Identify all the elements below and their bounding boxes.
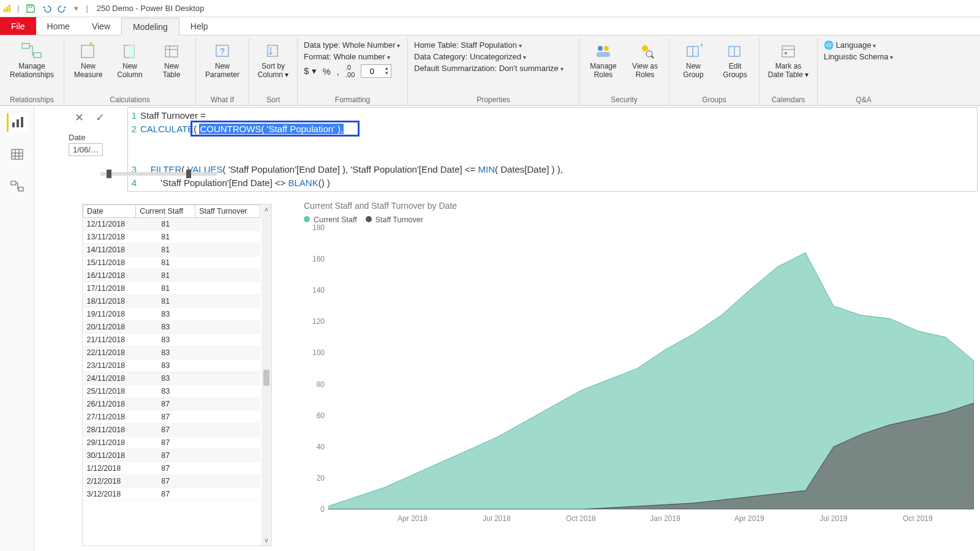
table-row[interactable]: 16/11/201881	[83, 269, 260, 282]
new-table-icon	[161, 40, 182, 61]
table-row[interactable]: 15/11/201881	[83, 257, 260, 269]
table-cell: 83	[136, 334, 195, 347]
summarization-dropdown[interactable]: Default Summarization: Don't summarize	[412, 62, 575, 74]
ribbon-group-formatting: Data type: Whole Number Format: Whole nu…	[298, 38, 408, 105]
data-view-button[interactable]	[7, 145, 28, 163]
menu-file[interactable]: File	[0, 17, 36, 35]
table-row[interactable]: 28/11/201887	[83, 424, 260, 437]
formula-commit-button[interactable]: ✓	[92, 110, 108, 126]
manage-relationships-button[interactable]: Manage Relationships	[4, 39, 60, 81]
dax-calculate: CALCULATE	[140, 124, 194, 134]
group-label-groups: Groups	[673, 96, 755, 105]
scroll-thumb[interactable]	[263, 370, 270, 386]
group-label-calendars: Calendars	[763, 96, 813, 105]
table-row[interactable]: 30/11/201887	[83, 449, 260, 462]
scroll-up-icon[interactable]: ʌ	[262, 204, 271, 214]
table-row[interactable]: 2/12/201887	[83, 475, 260, 488]
edit-groups-button[interactable]: Edit Groups	[715, 39, 755, 81]
window-title: 250 Demo - Power BI Desktop	[97, 4, 205, 13]
decimals-input[interactable]	[361, 67, 382, 76]
table-cell	[195, 334, 260, 347]
table-cell	[195, 488, 260, 501]
table-row[interactable]: 13/11/201881	[83, 231, 260, 244]
table-cell	[195, 295, 260, 308]
formula-editor[interactable]: 1Staff Turnover = 2CALCULATE( COUNTROWS(…	[127, 107, 978, 192]
formula-cancel-button[interactable]: ✕	[71, 110, 87, 126]
table-cell: 24/11/2018	[83, 372, 136, 385]
menu-home[interactable]: Home	[36, 17, 81, 35]
new-group-button[interactable]: ＋ New Group	[673, 39, 714, 81]
slicer-date-label: Date	[69, 133, 103, 142]
ribbon-group-calculations: New Measure New Column New Table Calcula…	[64, 38, 196, 105]
slicer-date-value[interactable]: 1/06/…	[69, 143, 103, 156]
table-row[interactable]: 12/11/201881	[83, 218, 260, 231]
table-cell	[195, 218, 260, 231]
x-tick: Jul 2019	[820, 514, 847, 523]
manage-roles-button[interactable]: Manage Roles	[583, 39, 624, 81]
decimals-spinner[interactable]: ▲▼	[361, 64, 391, 78]
table-scrollbar[interactable]: ʌ v	[262, 204, 271, 545]
date-slider[interactable]	[100, 172, 217, 176]
table-row[interactable]: 23/11/201883	[83, 359, 260, 372]
table-header[interactable]: Date	[83, 205, 136, 218]
y-tick: 100	[304, 348, 325, 357]
slider-thumb-end[interactable]	[186, 170, 191, 178]
svg-rect-37	[11, 181, 16, 185]
table-row[interactable]: 17/11/201881	[83, 282, 260, 295]
sort-by-column-button[interactable]: Sort by Column ▾	[253, 39, 293, 81]
new-table-button[interactable]: New Table	[151, 39, 192, 81]
model-view-button[interactable]	[7, 177, 28, 195]
table-cell	[195, 462, 260, 475]
table-row[interactable]: 19/11/201883	[83, 308, 260, 321]
table-header[interactable]: Current Staff	[136, 205, 195, 218]
table-cell: 2/12/2018	[83, 475, 136, 488]
new-parameter-button[interactable]: ? New Parameter	[200, 39, 245, 81]
table-cell: 81	[136, 257, 195, 269]
table-row[interactable]: 1/12/201887	[83, 462, 260, 475]
scroll-down-icon[interactable]: v	[262, 536, 271, 545]
table-row[interactable]: 20/11/201883	[83, 321, 260, 334]
table-row[interactable]: 18/11/201881	[83, 295, 260, 308]
format-dropdown[interactable]: Format: Whole number	[301, 51, 404, 62]
menu-help[interactable]: Help	[179, 17, 219, 35]
spin-down-icon[interactable]: ▼	[384, 71, 389, 76]
mark-as-date-table-button[interactable]: Mark as Date Table ▾	[763, 39, 813, 81]
table-cell: 16/11/2018	[83, 269, 136, 282]
group-label-sort: Sort	[253, 96, 293, 105]
menu-modeling[interactable]: Modeling	[121, 18, 179, 36]
table-row[interactable]: 27/11/201887	[83, 411, 260, 424]
language-dropdown[interactable]: 🌐 Language	[821, 39, 906, 51]
new-column-button[interactable]: New Column	[110, 39, 150, 81]
data-category-dropdown[interactable]: Data Category: Uncategorized	[412, 51, 575, 62]
undo-icon[interactable]	[40, 2, 53, 15]
currency-button[interactable]: $ ▾	[304, 66, 317, 77]
table-row[interactable]: 26/11/201887	[83, 398, 260, 411]
svg-line-20	[651, 56, 654, 58]
table-row[interactable]: 3/12/201887	[83, 488, 260, 501]
new-measure-button[interactable]: New Measure	[68, 39, 108, 81]
table-row[interactable]: 24/11/201883	[83, 372, 260, 385]
percent-button[interactable]: %	[323, 66, 331, 77]
table-header[interactable]: Staff Turnover	[195, 205, 260, 218]
table-row[interactable]: 22/11/201883	[83, 347, 260, 359]
table-row[interactable]: 14/11/201881	[83, 244, 260, 257]
report-view-button[interactable]	[7, 113, 28, 132]
table-row[interactable]: 21/11/201883	[83, 334, 260, 347]
view-as-roles-button[interactable]: View as Roles	[625, 39, 665, 81]
home-table-dropdown[interactable]: Home Table: Staff Population	[412, 39, 575, 51]
manage-roles-label: Manage Roles	[590, 62, 616, 80]
menu-view[interactable]: View	[81, 17, 121, 35]
table-visual[interactable]: DateCurrent StaffStaff Turnover 12/11/20…	[82, 204, 272, 546]
table-row[interactable]: 25/11/201883	[83, 385, 260, 398]
table-cell	[195, 424, 260, 437]
data-type-dropdown[interactable]: Data type: Whole Number	[301, 39, 404, 51]
calendar-icon	[778, 40, 799, 61]
linguistic-schema-dropdown[interactable]: Linguistic Schema	[821, 51, 906, 62]
redo-icon[interactable]	[56, 2, 69, 15]
chart-visual[interactable]: Current Staff and Staff Turnover by Date…	[304, 201, 974, 546]
save-icon[interactable]	[24, 2, 37, 15]
qat-dropdown-icon[interactable]: ▾	[74, 4, 78, 13]
slider-thumb-start[interactable]	[107, 170, 111, 178]
thousands-button[interactable]: ,	[337, 66, 339, 77]
table-row[interactable]: 29/11/201887	[83, 437, 260, 449]
